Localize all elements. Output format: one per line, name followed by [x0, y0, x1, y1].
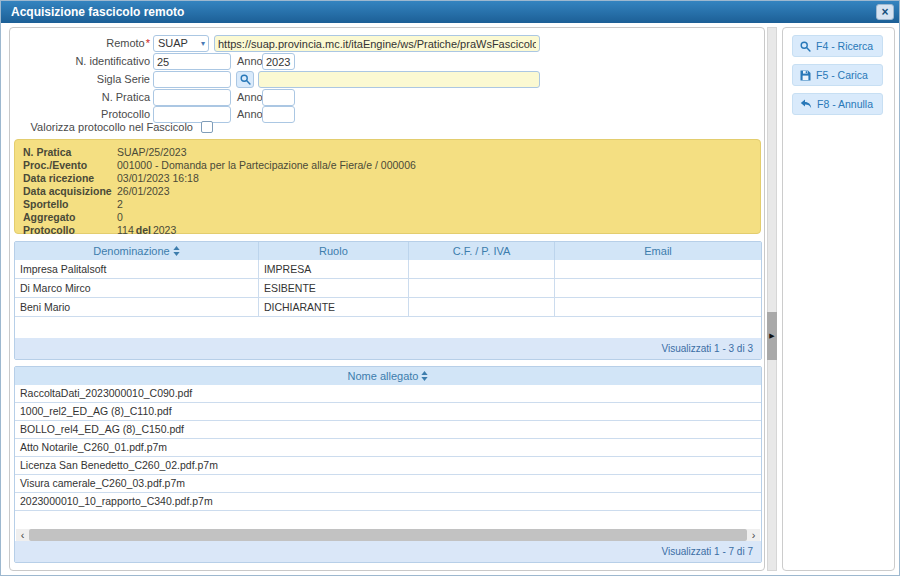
party-row[interactable]: Di Marco Mirco ESIBENTE: [15, 279, 761, 298]
cell-nome-allegato: 2023000010_10_rapporto_C340.pdf.p7m: [15, 493, 761, 510]
splitter-arrow-icon: ▶: [769, 332, 774, 340]
cell-email: [555, 260, 761, 278]
info-label: Proc./Evento: [23, 159, 117, 172]
search-icon: [240, 74, 251, 85]
sigla-serie-desc-field[interactable]: [258, 71, 540, 88]
info-label: N. Pratica: [23, 146, 117, 159]
info-value: 2: [117, 198, 123, 211]
column-header-cf-piva[interactable]: C.F. / P. IVA: [409, 242, 555, 260]
cell-nome-allegato: Atto Notarile_C260_01.pdf.p7m: [15, 439, 761, 456]
valorizza-checkbox[interactable]: [201, 121, 213, 133]
attachment-row[interactable]: Licenza San Benedetto_C260_02.pdf.p7m: [15, 457, 761, 475]
info-value: SUAP/25/2023: [117, 146, 186, 159]
column-header-nome-allegato[interactable]: Nome allegato: [15, 367, 761, 385]
anno-label: Anno: [237, 53, 263, 70]
attachments-table-header: Nome allegato: [15, 367, 761, 385]
parties-footer: Visualizzati 1 - 3 di 3: [15, 338, 761, 359]
cell-denominazione: Beni Mario: [15, 298, 259, 316]
f4-ricerca-button[interactable]: F4 - Ricerca: [792, 35, 883, 57]
attachment-row[interactable]: Visura camerale_C260_03.pdf.p7m: [15, 475, 761, 493]
column-header-denominazione[interactable]: Denominazione: [15, 242, 259, 260]
scrollbar-thumb[interactable]: [29, 529, 747, 541]
valorizza-label: Valorizza protocollo nel Fascicolo: [10, 120, 193, 135]
info-row: N. PraticaSUAP/25/2023: [23, 146, 752, 159]
parties-table-header: Denominazione Ruolo C.F. / P. IVA Email: [15, 242, 761, 260]
info-label: Protocollo: [23, 224, 117, 237]
parties-empty-area: [15, 317, 761, 338]
cell-email: [555, 279, 761, 297]
splitter-thumb[interactable]: ▶: [767, 312, 777, 360]
attachments-table: Nome allegato RaccoltaDati_2023000010_C0…: [14, 366, 762, 563]
info-row: Data acquisizione26/01/2023: [23, 185, 752, 198]
sigla-serie-label: Sigla Serie: [10, 71, 150, 88]
scroll-right-button[interactable]: ›: [747, 529, 760, 541]
attachment-row[interactable]: 2023000010_10_rapporto_C340.pdf.p7m: [15, 493, 761, 511]
cell-ruolo: DICHIARANTE: [259, 298, 409, 316]
dialog-title: Acquisizione fascicolo remoto: [11, 5, 184, 19]
remoto-select[interactable]: SUAP ▾: [153, 35, 209, 52]
attachment-row[interactable]: Atto Notarile_C260_01.pdf.p7m: [15, 439, 761, 457]
cell-ruolo: IMPRESA: [259, 260, 409, 278]
dialog-acquisizione-fascicolo: Acquisizione fascicolo remoto × Remoto* …: [0, 0, 900, 576]
remoto-label: Remoto*: [10, 35, 150, 52]
cell-denominazione: Impresa Palitalsoft: [15, 260, 259, 278]
remoto-url-field[interactable]: [214, 35, 540, 52]
n-pratica-anno-field[interactable]: [262, 89, 295, 106]
search-icon: [800, 41, 811, 52]
cell-nome-allegato: RaccoltaDati_2023000010_C090.pdf: [15, 385, 761, 402]
info-value: 0: [117, 211, 123, 224]
cell-email: [555, 298, 761, 316]
close-button[interactable]: ×: [876, 4, 894, 20]
n-identificativo-field[interactable]: [153, 53, 231, 70]
cell-cf-piva: [409, 279, 555, 297]
attachment-row[interactable]: 1000_rel2_ED_AG (8)_C110.pdf: [15, 403, 761, 421]
anno-field[interactable]: [262, 53, 295, 70]
n-identificativo-label: N. identificativo: [10, 53, 150, 70]
attachments-empty-area: [15, 511, 761, 529]
panel-splitter[interactable]: ▶: [767, 27, 777, 571]
info-value: 26/01/2023: [117, 185, 170, 198]
close-icon: ×: [881, 5, 888, 19]
cell-nome-allegato: BOLLO_rel4_ED_AG (8)_C150.pdf: [15, 421, 761, 438]
attachment-row[interactable]: RaccoltaDati_2023000010_C090.pdf: [15, 385, 761, 403]
info-label: Sportello: [23, 198, 117, 211]
info-row: Data ricezione03/01/2023 16:18: [23, 172, 752, 185]
column-header-ruolo[interactable]: Ruolo: [259, 242, 409, 260]
column-header-email[interactable]: Email: [555, 242, 761, 260]
info-value: 001000 - Domanda per la Partecipazione a…: [117, 159, 416, 172]
horizontal-scrollbar[interactable]: ‹ ›: [16, 529, 760, 541]
info-row-protocollo: Protocollo 114del2023: [23, 224, 752, 237]
info-row: Proc./Evento001000 - Domanda per la Part…: [23, 159, 752, 172]
attachment-row[interactable]: BOLLO_rel4_ED_AG (8)_C150.pdf: [15, 421, 761, 439]
attachments-footer: Visualizzati 1 - 7 di 7: [15, 541, 761, 562]
anno-label: Anno: [237, 89, 263, 106]
cell-nome-allegato: Licenza San Benedetto_C260_02.pdf.p7m: [15, 457, 761, 474]
party-row[interactable]: Beni Mario DICHIARANTE: [15, 298, 761, 317]
action-sidebar: F4 - Ricerca F5 - Carica F8 - Annulla: [782, 27, 895, 571]
parties-table: Denominazione Ruolo C.F. / P. IVA Email …: [14, 241, 762, 360]
n-pratica-label: N. Pratica: [10, 89, 150, 106]
form-row-remoto: Remoto* SUAP ▾: [10, 35, 764, 52]
f8-annulla-button[interactable]: F8 - Annulla: [792, 93, 883, 115]
form-row-sigla-serie: Sigla Serie: [10, 71, 764, 88]
cell-nome-allegato: Visura camerale_C260_03.pdf.p7m: [15, 475, 761, 492]
main-panel: Remoto* SUAP ▾ N. identificativo Anno Si…: [9, 27, 765, 571]
form-row-n-pratica: N. Pratica Anno: [10, 89, 764, 106]
chevron-down-icon: ▾: [201, 37, 205, 50]
sort-icon: [421, 371, 428, 381]
sigla-serie-search-button[interactable]: [236, 71, 254, 88]
sigla-serie-field[interactable]: [153, 71, 231, 88]
save-icon: [800, 70, 811, 81]
info-label: Aggregato: [23, 211, 117, 224]
scroll-right-icon: ›: [752, 529, 756, 541]
sort-icon: [173, 246, 180, 256]
info-value: 03/01/2023 16:18: [117, 172, 199, 185]
fascicolo-info-box: N. PraticaSUAP/25/2023 Proc./Evento00100…: [14, 139, 761, 234]
remoto-selected-value: SUAP: [158, 37, 188, 49]
party-row[interactable]: Impresa Palitalsoft IMPRESA: [15, 260, 761, 279]
scroll-left-button[interactable]: ‹: [16, 529, 29, 541]
n-pratica-field[interactable]: [153, 89, 231, 106]
f5-carica-button[interactable]: F5 - Carica: [792, 64, 883, 86]
cell-nome-allegato: 1000_rel2_ED_AG (8)_C110.pdf: [15, 403, 761, 420]
info-value: 114del2023: [117, 224, 176, 237]
